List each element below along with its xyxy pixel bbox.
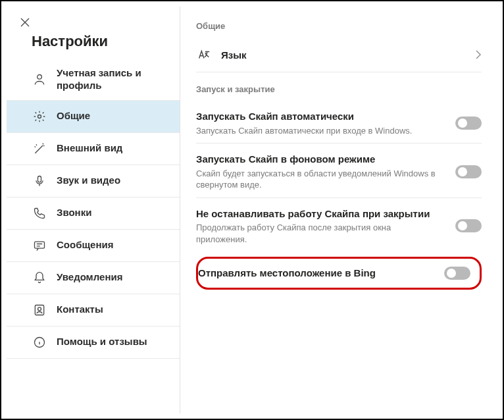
- language-label: Язык: [221, 49, 247, 61]
- setting-desc: Скайп будет запускаться в области уведом…: [196, 168, 442, 191]
- setting-desc: Запускать Скайп автоматически при входе …: [196, 125, 442, 137]
- sidebar-item-label: Внешний вид: [57, 142, 122, 155]
- bell-icon: [32, 270, 47, 286]
- toggle-autostart[interactable]: [455, 117, 482, 130]
- settings-content: Общие Язык Запуск и закрытие Запускать С…: [180, 7, 497, 413]
- setting-row-background: Запускать Скайп в фоновом режиме Скайп б…: [196, 144, 482, 198]
- toggle-background[interactable]: [455, 165, 482, 178]
- person-icon: [32, 72, 47, 88]
- sidebar-item-label: Уведомления: [57, 271, 122, 284]
- sidebar-item-label: Учетная запись и профиль: [57, 67, 169, 92]
- setting-title: Отправлять место­положение в Bing: [198, 267, 431, 280]
- sidebar-item-help[interactable]: Помощь и отзывы: [7, 327, 180, 359]
- setting-row-keeprunning: Не останавливать работу Скайпа при закры…: [196, 198, 482, 252]
- sidebar-item-notifications[interactable]: Уведомления: [7, 262, 180, 294]
- message-icon: [32, 238, 47, 253]
- svg-point-1: [38, 115, 41, 118]
- sidebar-item-account[interactable]: Учетная запись и профиль: [7, 59, 180, 101]
- setting-title: Запускать Скайп в фоновом режиме: [196, 153, 442, 166]
- sidebar-item-calls[interactable]: Звонки: [7, 197, 180, 230]
- section-general-header: Общие: [196, 21, 482, 31]
- setting-title: Не останавливать работу Скайпа при закры…: [196, 207, 442, 221]
- svg-point-5: [38, 307, 41, 310]
- sidebar-item-label: Общие: [57, 110, 90, 122]
- setting-title: Запускать Скайп автоматически: [196, 110, 442, 123]
- setting-row-autostart: Запускать Скайп автоматически Запускать …: [196, 101, 482, 144]
- section-startup-header: Запуск и закрытие: [196, 84, 482, 94]
- svg-rect-4: [35, 305, 43, 315]
- chevron-right-icon: [475, 49, 482, 60]
- sidebar-item-contacts[interactable]: Контакты: [7, 294, 180, 327]
- sidebar-item-label: Сообщения: [57, 239, 113, 251]
- sidebar-item-general[interactable]: Общие: [7, 101, 180, 133]
- toggle-keeprunning[interactable]: [455, 219, 482, 232]
- sidebar-item-audio-video[interactable]: Звук и видео: [7, 165, 180, 197]
- language-row[interactable]: Язык: [196, 38, 482, 72]
- sidebar-item-label: Контакты: [57, 303, 103, 316]
- svg-rect-3: [35, 242, 45, 248]
- sidebar-item-appearance[interactable]: Внешний вид: [7, 133, 180, 165]
- contacts-icon: [32, 302, 47, 318]
- svg-rect-2: [38, 176, 41, 182]
- svg-point-0: [38, 74, 42, 79]
- info-icon: [32, 334, 47, 350]
- wand-icon: [32, 141, 47, 157]
- sidebar-item-label: Звонки: [57, 207, 91, 219]
- close-button[interactable]: [20, 17, 30, 28]
- sidebar-item-label: Помощь и отзывы: [57, 336, 147, 348]
- settings-title: Настройки: [7, 33, 180, 59]
- setting-desc: Продолжать работу Скайпа после закрытия …: [196, 222, 442, 245]
- microphone-icon: [32, 173, 47, 189]
- sidebar-item-label: Звук и видео: [57, 174, 120, 187]
- phone-icon: [32, 205, 47, 221]
- sidebar-item-messages[interactable]: Сообщения: [7, 230, 180, 262]
- settings-sidebar: Настройки Учетная запись и профиль Общие…: [7, 7, 180, 413]
- gear-icon: [32, 109, 47, 124]
- toggle-bing-location[interactable]: [444, 267, 470, 280]
- setting-row-bing-location: Отправлять место­положение в Bing: [196, 257, 482, 290]
- language-icon: [196, 47, 212, 63]
